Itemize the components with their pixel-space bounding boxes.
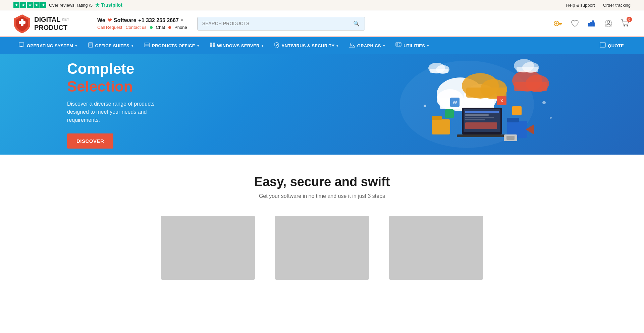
phone-label: Phone bbox=[174, 25, 187, 30]
contact-links: Call Request Contact us Chat Phone bbox=[97, 25, 187, 30]
svg-rect-32 bbox=[399, 45, 400, 46]
steps-grid bbox=[13, 216, 631, 280]
wishlist-icon[interactable] bbox=[570, 18, 580, 29]
contact-top: We ❤ Software +1 332 255 2667 ▾ bbox=[97, 17, 187, 23]
order-tracking-link[interactable]: Order tracking bbox=[603, 3, 631, 8]
call-request-link[interactable]: Call Request bbox=[97, 25, 122, 30]
cart-badge: 0 bbox=[627, 17, 632, 22]
quote-icon bbox=[600, 42, 606, 49]
antivirus-icon bbox=[274, 42, 279, 49]
nav-antivirus[interactable]: ANTIVIRUS & SECURITY ▾ bbox=[269, 37, 344, 54]
nav-windows-server[interactable]: WINDOWS SERVER ▾ bbox=[204, 38, 269, 54]
svg-rect-26 bbox=[210, 43, 212, 45]
cart-icon[interactable]: 0 bbox=[620, 18, 631, 29]
trustpilot-reviews-text: Over reviews, rating /5 bbox=[49, 3, 93, 8]
svg-rect-64 bbox=[465, 119, 485, 120]
svg-rect-71 bbox=[512, 106, 522, 115]
svg-point-11 bbox=[607, 21, 610, 23]
svg-rect-7 bbox=[588, 23, 590, 26]
step-2 bbox=[275, 216, 369, 280]
nav-office-suites[interactable]: OFFICE SUITES ▾ bbox=[83, 38, 139, 54]
steps-section: Easy, secure and swift Get your software… bbox=[0, 155, 644, 293]
os-label: OPERATING SYSTEM bbox=[27, 43, 73, 48]
hero-banner: Complete Selection Discover a diverse ra… bbox=[0, 54, 644, 155]
svg-rect-16 bbox=[20, 46, 22, 47]
step-3-image bbox=[389, 216, 483, 280]
windows-chevron: ▾ bbox=[262, 44, 263, 48]
graphics-icon bbox=[349, 42, 355, 49]
key-icon[interactable] bbox=[553, 18, 564, 29]
svg-rect-15 bbox=[19, 43, 24, 46]
nav-quote[interactable]: QUOTE bbox=[593, 38, 631, 54]
svg-rect-6 bbox=[559, 24, 560, 25]
nav-operating-system[interactable]: OPERATING SYSTEM ▾ bbox=[13, 38, 83, 54]
svg-rect-53 bbox=[432, 119, 450, 134]
search-input[interactable] bbox=[198, 17, 348, 30]
star-2: ★ bbox=[20, 2, 26, 8]
chat-status-dot bbox=[150, 26, 153, 29]
software-label: Software bbox=[114, 17, 137, 23]
svg-rect-73 bbox=[506, 136, 515, 140]
phone-dropdown-icon[interactable]: ▾ bbox=[181, 18, 183, 23]
svg-rect-54 bbox=[432, 116, 442, 120]
hero-illustration: W X bbox=[373, 54, 561, 155]
svg-rect-23 bbox=[145, 44, 149, 46]
hero-subtitle: Discover a diverse range of products des… bbox=[67, 100, 168, 124]
utilities-icon bbox=[395, 42, 401, 49]
svg-point-74 bbox=[424, 105, 426, 107]
svg-rect-46 bbox=[514, 82, 547, 91]
star-1: ★ bbox=[13, 2, 19, 8]
step-3 bbox=[389, 216, 483, 280]
svg-rect-19 bbox=[89, 44, 92, 44]
windows-icon bbox=[210, 42, 215, 49]
phone-number: +1 332 255 2667 bbox=[138, 17, 179, 23]
contact-us-link[interactable]: Contact us bbox=[125, 25, 146, 30]
nav-bar: OPERATING SYSTEM ▾ OFFICE SUITES ▾ PRODU… bbox=[0, 37, 644, 54]
office-chevron: ▾ bbox=[131, 44, 133, 48]
svg-rect-61 bbox=[465, 111, 499, 113]
svg-text:X: X bbox=[500, 98, 503, 103]
svg-rect-40 bbox=[440, 98, 494, 109]
office-label: OFFICE SUITES bbox=[95, 43, 129, 48]
logo-shield-icon bbox=[13, 14, 31, 33]
svg-rect-70 bbox=[445, 109, 454, 118]
svg-rect-30 bbox=[396, 43, 398, 46]
products-icon bbox=[144, 43, 150, 49]
we-label: We bbox=[97, 17, 105, 23]
steps-title: Easy, secure and swift bbox=[13, 175, 631, 189]
header: DIGITAL KEY PRODUCT We ❤ Software +1 332… bbox=[0, 10, 644, 37]
search-icon: 🔍 bbox=[353, 21, 360, 26]
contact-area: We ❤ Software +1 332 255 2667 ▾ Call Req… bbox=[97, 17, 187, 30]
antivirus-label: ANTIVIRUS & SECURITY bbox=[281, 43, 334, 48]
hero-content: Complete Selection Discover a diverse ra… bbox=[0, 54, 235, 155]
antivirus-chevron: ▾ bbox=[336, 44, 338, 48]
svg-point-75 bbox=[542, 101, 546, 104]
trustpilot-nav: Help & support Order tracking bbox=[566, 3, 631, 8]
trustpilot-left: ★ ★ ★ ★ ★ Over reviews, rating /5 ★ Trus… bbox=[13, 2, 122, 8]
logo-area[interactable]: DIGITAL KEY PRODUCT bbox=[13, 14, 87, 33]
trustpilot-star-icon: ★ bbox=[95, 2, 100, 8]
discover-button[interactable]: DISCOVER bbox=[67, 133, 113, 149]
user-icon[interactable] bbox=[603, 18, 614, 29]
svg-rect-25 bbox=[213, 45, 215, 47]
step-1-image bbox=[161, 216, 255, 280]
hero-image-area: W X bbox=[290, 54, 644, 155]
chart-icon[interactable] bbox=[586, 18, 597, 29]
svg-rect-63 bbox=[465, 117, 494, 118]
search-button[interactable]: 🔍 bbox=[348, 17, 365, 30]
help-support-link[interactable]: Help & support bbox=[566, 3, 595, 8]
svg-rect-21 bbox=[89, 46, 91, 46]
logo-text: DIGITAL KEY PRODUCT bbox=[34, 15, 69, 32]
os-icon bbox=[19, 42, 25, 49]
nav-utilities[interactable]: UTILITIES ▾ bbox=[390, 38, 434, 54]
svg-rect-9 bbox=[592, 20, 594, 26]
utilities-label: UTILITIES bbox=[404, 43, 425, 48]
nav-graphics[interactable]: GRAPHICS ▾ bbox=[344, 38, 390, 54]
svg-rect-8 bbox=[590, 22, 592, 26]
svg-rect-24 bbox=[210, 45, 212, 47]
svg-rect-1 bbox=[19, 21, 25, 24]
utilities-chevron: ▾ bbox=[427, 44, 429, 48]
star-3: ★ bbox=[27, 2, 33, 8]
nav-products-office[interactable]: PRODUCTS OFFICE ▾ bbox=[139, 38, 204, 53]
logo-product: PRODUCT bbox=[34, 23, 69, 32]
